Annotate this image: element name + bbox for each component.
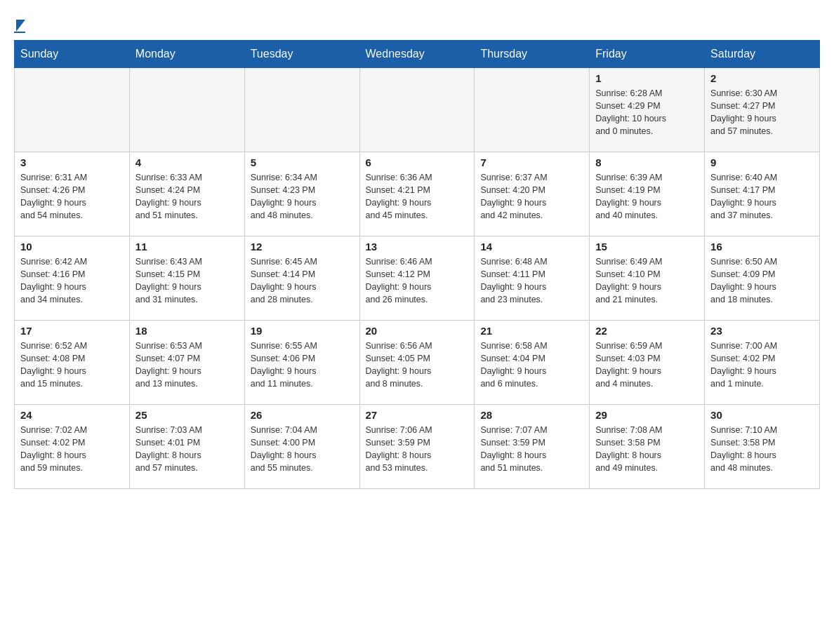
calendar-cell [359,68,475,152]
day-info: Sunrise: 6:28 AM Sunset: 4:29 PM Dayligh… [595,87,699,138]
day-number: 30 [710,409,814,421]
calendar-week-1: 3Sunrise: 6:31 AM Sunset: 4:26 PM Daylig… [15,152,820,236]
calendar-week-2: 10Sunrise: 6:42 AM Sunset: 4:16 PM Dayli… [15,236,820,321]
day-info: Sunrise: 6:34 AM Sunset: 4:23 PM Dayligh… [251,171,354,222]
calendar-cell: 26Sunrise: 7:04 AM Sunset: 4:00 PM Dayli… [244,405,359,489]
calendar-cell: 24Sunrise: 7:02 AM Sunset: 4:02 PM Dayli… [15,405,130,489]
day-info: Sunrise: 7:08 AM Sunset: 3:58 PM Dayligh… [595,424,699,475]
calendar-cell [15,68,130,152]
header-friday: Friday [590,41,705,68]
header-monday: Monday [129,41,244,68]
calendar-cell [129,68,244,152]
day-number: 29 [595,409,699,421]
day-info: Sunrise: 6:30 AM Sunset: 4:27 PM Dayligh… [710,87,814,138]
calendar-cell: 30Sunrise: 7:10 AM Sunset: 3:58 PM Dayli… [705,405,820,489]
day-info: Sunrise: 6:36 AM Sunset: 4:21 PM Dayligh… [366,171,469,222]
day-info: Sunrise: 6:56 AM Sunset: 4:05 PM Dayligh… [366,340,469,391]
day-number: 25 [135,409,239,421]
calendar-cell: 17Sunrise: 6:52 AM Sunset: 4:08 PM Dayli… [15,321,130,405]
logo-blue-text [14,32,25,33]
logo [14,14,25,33]
calendar-cell: 1Sunrise: 6:28 AM Sunset: 4:29 PM Daylig… [590,68,705,152]
day-number: 1 [595,72,699,84]
day-info: Sunrise: 6:53 AM Sunset: 4:07 PM Dayligh… [135,340,239,391]
header-wednesday: Wednesday [359,41,475,68]
calendar-cell: 27Sunrise: 7:06 AM Sunset: 3:59 PM Dayli… [359,405,475,489]
calendar-cell: 4Sunrise: 6:33 AM Sunset: 4:24 PM Daylig… [129,152,244,236]
calendar-cell: 3Sunrise: 6:31 AM Sunset: 4:26 PM Daylig… [15,152,130,236]
day-number: 26 [251,409,354,421]
day-number: 11 [135,241,239,253]
calendar-week-0: 1Sunrise: 6:28 AM Sunset: 4:29 PM Daylig… [15,68,820,152]
day-info: Sunrise: 6:59 AM Sunset: 4:03 PM Dayligh… [595,340,699,391]
calendar-cell: 11Sunrise: 6:43 AM Sunset: 4:15 PM Dayli… [129,236,244,321]
calendar-cell: 25Sunrise: 7:03 AM Sunset: 4:01 PM Dayli… [129,405,244,489]
calendar-cell: 2Sunrise: 6:30 AM Sunset: 4:27 PM Daylig… [705,68,820,152]
calendar-cell: 8Sunrise: 6:39 AM Sunset: 4:19 PM Daylig… [590,152,705,236]
calendar-cell: 19Sunrise: 6:55 AM Sunset: 4:06 PM Dayli… [244,321,359,405]
day-info: Sunrise: 6:40 AM Sunset: 4:17 PM Dayligh… [710,171,814,222]
day-info: Sunrise: 7:06 AM Sunset: 3:59 PM Dayligh… [366,424,469,475]
calendar-cell: 12Sunrise: 6:45 AM Sunset: 4:14 PM Dayli… [244,236,359,321]
day-number: 28 [480,409,583,421]
calendar-cell: 10Sunrise: 6:42 AM Sunset: 4:16 PM Dayli… [15,236,130,321]
day-number: 22 [595,325,699,337]
day-number: 14 [480,241,583,253]
calendar-cell [475,68,590,152]
header-tuesday: Tuesday [244,41,359,68]
day-number: 6 [366,156,469,168]
calendar-cell: 15Sunrise: 6:49 AM Sunset: 4:10 PM Dayli… [590,236,705,321]
calendar-cell: 9Sunrise: 6:40 AM Sunset: 4:17 PM Daylig… [705,152,820,236]
day-info: Sunrise: 6:39 AM Sunset: 4:19 PM Dayligh… [595,171,699,222]
day-info: Sunrise: 6:43 AM Sunset: 4:15 PM Dayligh… [135,255,239,307]
day-info: Sunrise: 7:03 AM Sunset: 4:01 PM Dayligh… [135,424,239,475]
day-info: Sunrise: 6:58 AM Sunset: 4:04 PM Dayligh… [480,340,583,391]
day-info: Sunrise: 7:07 AM Sunset: 3:59 PM Dayligh… [480,424,583,475]
logo-arrow-icon [16,20,25,32]
day-number: 13 [366,241,469,253]
calendar-week-3: 17Sunrise: 6:52 AM Sunset: 4:08 PM Dayli… [15,321,820,405]
day-number: 27 [366,409,469,421]
day-info: Sunrise: 6:42 AM Sunset: 4:16 PM Dayligh… [20,255,124,307]
day-info: Sunrise: 6:52 AM Sunset: 4:08 PM Dayligh… [20,340,124,391]
day-info: Sunrise: 7:04 AM Sunset: 4:00 PM Dayligh… [251,424,354,475]
day-number: 2 [710,72,814,84]
calendar-cell: 28Sunrise: 7:07 AM Sunset: 3:59 PM Dayli… [475,405,590,489]
calendar-week-4: 24Sunrise: 7:02 AM Sunset: 4:02 PM Dayli… [15,405,820,489]
calendar-cell: 21Sunrise: 6:58 AM Sunset: 4:04 PM Dayli… [475,321,590,405]
day-number: 9 [710,156,814,168]
day-info: Sunrise: 6:33 AM Sunset: 4:24 PM Dayligh… [135,171,239,222]
day-info: Sunrise: 7:00 AM Sunset: 4:02 PM Dayligh… [710,340,814,391]
day-number: 16 [710,241,814,253]
calendar-cell: 18Sunrise: 6:53 AM Sunset: 4:07 PM Dayli… [129,321,244,405]
day-number: 10 [20,241,124,253]
calendar-cell: 13Sunrise: 6:46 AM Sunset: 4:12 PM Dayli… [359,236,475,321]
day-info: Sunrise: 7:10 AM Sunset: 3:58 PM Dayligh… [710,424,814,475]
calendar-cell: 5Sunrise: 6:34 AM Sunset: 4:23 PM Daylig… [244,152,359,236]
calendar-cell: 7Sunrise: 6:37 AM Sunset: 4:20 PM Daylig… [475,152,590,236]
day-number: 8 [595,156,699,168]
calendar-cell [244,68,359,152]
calendar-cell: 22Sunrise: 6:59 AM Sunset: 4:03 PM Dayli… [590,321,705,405]
calendar-cell: 6Sunrise: 6:36 AM Sunset: 4:21 PM Daylig… [359,152,475,236]
header-thursday: Thursday [475,41,590,68]
calendar-cell: 16Sunrise: 6:50 AM Sunset: 4:09 PM Dayli… [705,236,820,321]
calendar-table: SundayMondayTuesdayWednesdayThursdayFrid… [14,40,820,489]
day-number: 21 [480,325,583,337]
day-number: 15 [595,241,699,253]
day-number: 23 [710,325,814,337]
day-number: 17 [20,325,124,337]
calendar-cell: 23Sunrise: 7:00 AM Sunset: 4:02 PM Dayli… [705,321,820,405]
calendar-cell: 14Sunrise: 6:48 AM Sunset: 4:11 PM Dayli… [475,236,590,321]
day-info: Sunrise: 6:49 AM Sunset: 4:10 PM Dayligh… [595,255,699,307]
day-info: Sunrise: 6:55 AM Sunset: 4:06 PM Dayligh… [251,340,354,391]
day-info: Sunrise: 6:45 AM Sunset: 4:14 PM Dayligh… [251,255,354,307]
day-number: 20 [366,325,469,337]
day-number: 7 [480,156,583,168]
day-info: Sunrise: 6:37 AM Sunset: 4:20 PM Dayligh… [480,171,583,222]
header-saturday: Saturday [705,41,820,68]
calendar-cell: 20Sunrise: 6:56 AM Sunset: 4:05 PM Dayli… [359,321,475,405]
header-sunday: Sunday [15,41,130,68]
day-info: Sunrise: 6:46 AM Sunset: 4:12 PM Dayligh… [366,255,469,307]
day-number: 19 [251,325,354,337]
